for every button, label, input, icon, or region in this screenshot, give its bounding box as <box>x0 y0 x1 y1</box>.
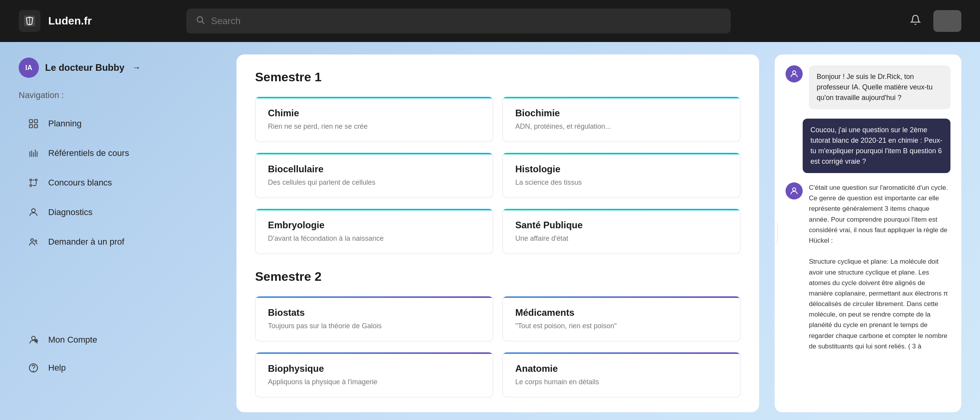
svg-rect-4 <box>30 120 33 123</box>
chat-text-greeting: Bonjour ! Je suis le Dr.Rick, ton profes… <box>809 65 950 109</box>
courses-area: Semestre 1 Chimie Rien ne se perd, rien … <box>236 54 759 412</box>
sidebar-item-help[interactable]: Help <box>19 354 221 382</box>
sidebar-item-demander[interactable]: Demander à un prof <box>19 228 221 256</box>
ai-avatar-2 <box>786 182 803 200</box>
svg-point-14 <box>35 179 37 181</box>
course-card-biostats[interactable]: Biostats Toujours pas sur la théorie de … <box>255 295 493 341</box>
semester2-grid: Biostats Toujours pas sur la théorie de … <box>255 295 740 397</box>
sidebar: IA Le docteur Bubby → Navigation : <box>19 54 221 412</box>
course-desc-biocellulaire: Des cellules qui parlent de cellules <box>268 178 480 187</box>
sidebar-item-label-help: Help <box>48 363 66 373</box>
ia-badge: IA <box>19 58 39 78</box>
sidebar-item-concours[interactable]: Concours blancs <box>19 169 221 197</box>
app-container: Luden.fr <box>0 0 980 420</box>
avatar-button[interactable] <box>933 10 961 32</box>
svg-point-13 <box>30 179 32 181</box>
svg-line-3 <box>202 22 204 24</box>
course-card-biochimie[interactable]: Biochimie ADN, protéines, et régulation.… <box>502 95 740 142</box>
course-name-medicaments: Médicaments <box>515 307 728 318</box>
course-card-chimie[interactable]: Chimie Rien ne se perd, rien ne se crée <box>255 95 493 142</box>
arrow-icon: → <box>132 63 141 73</box>
planning-icon <box>26 117 40 131</box>
course-desc-embryologie: D'avant la fécondation à la naissance <box>268 234 480 243</box>
course-name-histologie: Histologie <box>515 164 728 175</box>
sidebar-item-compte[interactable]: Mon Compte <box>19 326 221 354</box>
course-desc-biochimie: ADN, protéines, et régulation... <box>515 122 728 131</box>
navbar-search <box>186 9 731 33</box>
course-desc-biophysique: Appliquons la physique à l'imagerie <box>268 378 480 386</box>
user-name: Le docteur Bubby <box>45 62 124 73</box>
search-icon <box>196 15 205 27</box>
course-name-embryologie: Embryologie <box>268 220 480 231</box>
course-card-embryologie[interactable]: Embryologie D'avant la fécondation à la … <box>255 207 493 254</box>
logo-text: Luden.fr <box>48 15 92 27</box>
course-card-biophysique[interactable]: Biophysique Appliquons la physique à l'i… <box>255 351 493 397</box>
svg-point-15 <box>30 185 32 187</box>
course-name-biochimie: Biochimie <box>515 108 728 119</box>
svg-rect-7 <box>34 124 37 128</box>
sidebar-item-label-demander: Demander à un prof <box>48 237 124 247</box>
chat-panel: ‹ Bonjour ! Je suis le Dr.Rick, ton prof… <box>775 54 961 412</box>
ai-avatar-1 <box>786 65 803 82</box>
svg-point-29 <box>793 71 796 74</box>
course-name-sante-publique: Santé Publique <box>515 220 728 231</box>
course-card-anatomie[interactable]: Anatomie Le corps humain en détails <box>502 351 740 397</box>
sidebar-item-label-concours: Concours blancs <box>48 178 112 188</box>
chat-bubble-response: C'était une question sur l'aromaticité d… <box>786 182 950 352</box>
concours-icon <box>26 176 40 190</box>
nav-items: Planning Référentiels de cours <box>19 110 221 256</box>
svg-point-28 <box>33 371 33 371</box>
user-header: IA Le docteur Bubby → <box>19 58 221 78</box>
nav-label: Navigation : <box>19 90 221 100</box>
svg-rect-6 <box>30 124 33 128</box>
demander-icon <box>26 235 40 249</box>
chat-bubble-user: Coucou, j'ai une question sur le 2ème tu… <box>786 119 950 173</box>
course-card-medicaments[interactable]: Médicaments "Tout est poison, rien est p… <box>502 295 740 341</box>
svg-rect-5 <box>34 120 37 123</box>
diagnostics-icon <box>26 205 40 219</box>
course-desc-histologie: La science des tissus <box>515 178 728 187</box>
course-name-chimie: Chimie <box>268 108 480 119</box>
sidebar-footer: Mon Compte Help <box>19 326 221 382</box>
sidebar-item-label-planning: Planning <box>48 119 82 129</box>
semester1-grid: Chimie Rien ne se perd, rien ne se crée … <box>255 95 740 254</box>
search-input-wrapper <box>186 9 731 33</box>
svg-point-23 <box>32 336 35 340</box>
sidebar-item-label-compte: Mon Compte <box>48 335 97 345</box>
svg-point-30 <box>793 188 796 191</box>
notifications-button[interactable] <box>907 11 924 31</box>
main-area: IA Le docteur Bubby → Navigation : <box>0 42 980 420</box>
navbar-actions <box>907 10 961 32</box>
compte-icon <box>26 333 40 347</box>
sidebar-item-label-referentiels: Référentiels de cours <box>48 148 129 158</box>
course-desc-biostats: Toujours pas sur la théorie de Galois <box>268 322 480 330</box>
course-name-biostats: Biostats <box>268 307 480 318</box>
course-desc-medicaments: "Tout est poison, rien est poison" <box>515 322 728 330</box>
help-icon <box>26 361 40 375</box>
course-card-histologie[interactable]: Histologie La science des tissus <box>502 151 740 198</box>
svg-point-22 <box>35 240 37 242</box>
course-name-biocellulaire: Biocellulaire <box>268 164 480 175</box>
course-card-biocellulaire[interactable]: Biocellulaire Des cellules qui parlent d… <box>255 151 493 198</box>
collapse-chat-button[interactable]: ‹ <box>775 222 778 244</box>
chat-text-user: Coucou, j'ai une question sur le 2ème tu… <box>803 119 950 173</box>
sidebar-item-referentiels[interactable]: Référentiels de cours <box>19 139 221 167</box>
svg-point-20 <box>32 209 35 212</box>
course-card-sante-publique[interactable]: Santé Publique Une affaire d'état <box>502 207 740 254</box>
navbar: Luden.fr <box>0 0 980 42</box>
logo-icon <box>19 10 40 32</box>
course-name-biophysique: Biophysique <box>268 363 480 374</box>
course-desc-anatomie: Le corps humain en détails <box>515 378 728 386</box>
course-desc-sante-publique: Une affaire d'état <box>515 234 728 243</box>
semester2-title: Semestre 2 <box>255 270 740 284</box>
referentiels-icon <box>26 146 40 160</box>
search-input[interactable] <box>211 16 721 26</box>
svg-point-21 <box>31 239 33 242</box>
sidebar-item-diagnostics[interactable]: Diagnostics <box>19 198 221 226</box>
course-name-anatomie: Anatomie <box>515 363 728 374</box>
sidebar-item-planning[interactable]: Planning <box>19 110 221 138</box>
chat-text-response: C'était une question sur l'aromaticité d… <box>809 182 950 352</box>
semester1-title: Semestre 1 <box>255 70 740 84</box>
navbar-logo: Luden.fr <box>19 10 92 32</box>
chat-bubble-greeting: Bonjour ! Je suis le Dr.Rick, ton profes… <box>786 65 950 109</box>
